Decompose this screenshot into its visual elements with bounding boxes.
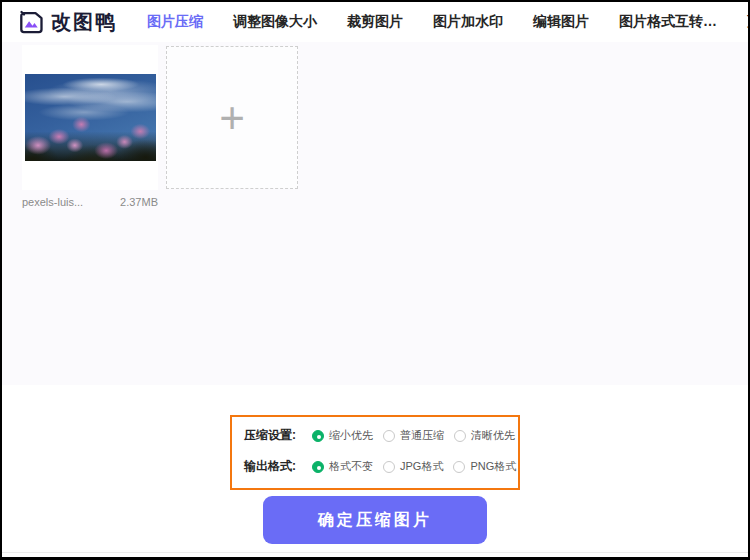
nav-item-crop-image[interactable]: 裁剪图片 bbox=[347, 13, 403, 31]
add-image-tile[interactable]: + bbox=[166, 46, 298, 189]
output-format-row: 输出格式: 格式不变 JPG格式 PNG格式 bbox=[244, 458, 508, 475]
app-window: 改图鸭 图片压缩 调整图像大小 裁剪图片 图片加水印 编辑图片 图片格式互转… … bbox=[0, 0, 750, 560]
options-panel: 压缩设置: 缩小优先 普通压缩 清晰优先 输出格式: 格式不 bbox=[230, 415, 520, 490]
top-navigation-bar: 改图鸭 图片压缩 调整图像大小 裁剪图片 图片加水印 编辑图片 图片格式互转… … bbox=[2, 2, 748, 42]
brand-logo[interactable]: 改图鸭 bbox=[18, 9, 117, 36]
file-size: 2.37MB bbox=[120, 196, 158, 208]
option-normal-compress[interactable]: 普通压缩 bbox=[383, 428, 444, 443]
option-keep-format[interactable]: 格式不变 bbox=[312, 459, 373, 474]
footer: 图片压缩 图片编辑 bbox=[2, 552, 748, 560]
output-format-label: 输出格式: bbox=[244, 458, 296, 475]
photo-frame-icon bbox=[18, 10, 44, 34]
option-label: PNG格式 bbox=[470, 459, 516, 474]
option-png-format[interactable]: PNG格式 bbox=[453, 459, 516, 474]
option-jpg-format[interactable]: JPG格式 bbox=[383, 459, 443, 474]
uploaded-file-item: pexels-luis... 2.37MB bbox=[22, 45, 158, 208]
nav-item-resize-image[interactable]: 调整图像大小 bbox=[233, 13, 317, 31]
option-label: JPG格式 bbox=[400, 459, 443, 474]
file-name: pexels-luis... bbox=[22, 196, 83, 208]
option-clarity-priority[interactable]: 清晰优先 bbox=[454, 428, 515, 443]
nav-item-image-compress[interactable]: 图片压缩 bbox=[147, 13, 203, 31]
upload-stage: pexels-luis... 2.37MB + bbox=[2, 42, 748, 385]
thumbnail-photo bbox=[25, 74, 156, 161]
radio-selected-icon[interactable] bbox=[312, 461, 324, 473]
option-label: 缩小优先 bbox=[329, 428, 373, 443]
compression-setting-label: 压缩设置: bbox=[244, 427, 296, 444]
file-thumbnail-card[interactable] bbox=[22, 45, 158, 190]
option-label: 清晰优先 bbox=[471, 428, 515, 443]
main-nav: 图片压缩 调整图像大小 裁剪图片 图片加水印 编辑图片 图片格式互转… 更多工具… bbox=[147, 13, 750, 31]
radio-unselected-icon[interactable] bbox=[454, 430, 466, 442]
option-shrink-priority[interactable]: 缩小优先 bbox=[312, 428, 373, 443]
radio-selected-icon[interactable] bbox=[312, 430, 324, 442]
confirm-compress-button[interactable]: 确定压缩图片 bbox=[263, 496, 487, 544]
nav-item-watermark[interactable]: 图片加水印 bbox=[433, 13, 503, 31]
file-meta-row: pexels-luis... 2.37MB bbox=[22, 196, 158, 208]
nav-item-format-convert[interactable]: 图片格式互转… bbox=[619, 13, 717, 31]
plus-icon: + bbox=[219, 96, 245, 140]
settings-section: 压缩设置: 缩小优先 普通压缩 清晰优先 输出格式: 格式不 bbox=[2, 415, 748, 560]
option-label: 普通压缩 bbox=[400, 428, 444, 443]
option-label: 格式不变 bbox=[329, 459, 373, 474]
radio-unselected-icon[interactable] bbox=[453, 461, 465, 473]
compression-setting-row: 压缩设置: 缩小优先 普通压缩 清晰优先 bbox=[244, 427, 508, 444]
nav-item-edit-image[interactable]: 编辑图片 bbox=[533, 13, 589, 31]
radio-unselected-icon[interactable] bbox=[383, 461, 395, 473]
radio-unselected-icon[interactable] bbox=[383, 430, 395, 442]
brand-name: 改图鸭 bbox=[51, 9, 117, 36]
